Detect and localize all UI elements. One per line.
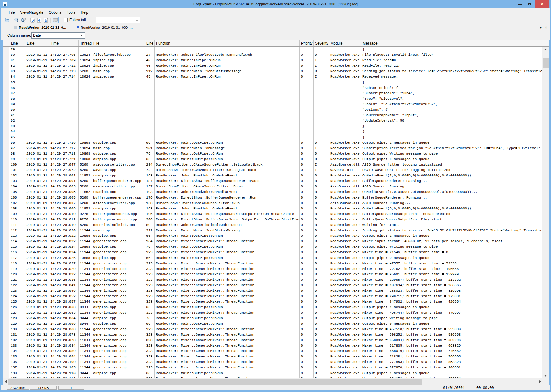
table-row[interactable]: 1002019-01-3114:20:27.9475260asiosourcef… xyxy=(3,162,549,167)
table-row[interactable]: 1372019-01-3114:20:28.10511344genericmix… xyxy=(3,365,549,370)
next-bookmark-button[interactable] xyxy=(42,17,49,23)
table-row[interactable]: 1132019-01-3114:20:28.02210868outpipe.cp… xyxy=(3,233,549,239)
table-row[interactable]: 972019-01-3114:20:27.71713624main.cpp201… xyxy=(3,146,549,151)
column-header-file[interactable]: File xyxy=(92,40,145,46)
tab-roadworker-1[interactable]: RoadWorker_2019-01-31_0... xyxy=(8,24,70,31)
table-row[interactable]: 1302019-01-3114:20:28.06811344genericmix… xyxy=(3,327,549,332)
table-row[interactable]: 822019-01-3114:20:27.71213624inpipe.cpp4… xyxy=(3,63,549,69)
table-row[interactable]: 802019-01-3114:20:27.70613624fileplayout… xyxy=(3,52,549,58)
table-row[interactable]: 1062019-01-3114:20:28.0055260bufferqueue… xyxy=(3,195,549,200)
table-row[interactable]: 85{ xyxy=(3,80,549,85)
table-row[interactable]: 1182019-01-3114:20:28.02711344genericmix… xyxy=(3,261,549,266)
tab-roadworker-2[interactable]: RoadWorker_2019-01-31_000_... xyxy=(72,24,137,31)
table-row[interactable]: 1092019-01-3114:20:28.0109276bufferqueue… xyxy=(3,211,549,217)
tab-list-dropdown[interactable]: ▾ xyxy=(540,26,542,30)
table-row[interactable]: 1082019-01-3114:20:28.00911852roadjob.cp… xyxy=(3,206,549,211)
table-row[interactable]: 1192019-01-3114:20:28.02911344genericmix… xyxy=(3,266,549,272)
table-row[interactable]: 1162019-01-3114:20:28.02411344genericmix… xyxy=(3,250,549,255)
table-row[interactable]: 982019-01-3114:20:27.71810868outpipe.cpp… xyxy=(3,151,549,156)
table-row[interactable]: 95} xyxy=(3,135,549,140)
scroll-right-icon[interactable] xyxy=(539,380,541,383)
table-row[interactable]: 1012019-01-3114:20:27.9725260wavdest.cpp… xyxy=(3,167,549,173)
column-header-line-no[interactable]: Line xyxy=(145,40,155,46)
table-row[interactable]: 1332019-01-3114:20:28.08411344genericmix… xyxy=(3,343,549,348)
column-name-combobox[interactable]: Date xyxy=(31,32,85,39)
search-button[interactable] xyxy=(13,17,20,23)
table-row[interactable]: 842019-01-3114:20:27.71413624inpipe.cpp4… xyxy=(3,74,549,79)
table-row[interactable]: 1262019-01-3114:20:28.0633944outpipe.cpp… xyxy=(3,304,549,310)
column-header-priority[interactable]: Priority xyxy=(300,40,314,46)
table-row[interactable]: 832019-01-3114:20:27.7135260main.cpp312R… xyxy=(3,69,549,74)
scroll-up-icon[interactable] xyxy=(544,49,547,50)
table-row[interactable]: 1222019-01-3114:20:28.04111344genericmix… xyxy=(3,283,549,288)
table-row[interactable]: 1142019-01-3114:20:28.02211344genericmix… xyxy=(3,239,549,244)
prev-bookmark-button[interactable] xyxy=(36,17,42,23)
table-row[interactable]: 93} xyxy=(3,123,549,129)
vertical-scroll-thumb[interactable] xyxy=(543,58,549,68)
scroll-left-icon[interactable] xyxy=(5,380,7,383)
minimize-button[interactable] xyxy=(515,0,525,8)
table-row[interactable]: 1102019-01-3114:20:28.0129276bufferqueue… xyxy=(3,217,549,222)
tab-close-button[interactable]: ✕ xyxy=(545,26,547,30)
table-row[interactable]: 94} xyxy=(3,129,549,134)
column-header-date[interactable]: Date xyxy=(25,40,49,46)
column-header-module[interactable]: Module xyxy=(329,40,361,46)
table-row[interactable]: 1032019-01-3114:20:28.0015260bufferqueue… xyxy=(3,178,549,184)
table-row[interactable]: 1242019-01-3114:20:28.05211344genericmix… xyxy=(3,293,549,299)
horizontal-scroll-thumb[interactable] xyxy=(8,379,422,385)
table-row[interactable]: 91"SourceGraphName": "Input", xyxy=(3,112,549,118)
table-row[interactable]: 812019-01-3114:20:27.70913624inpipe.cpp4… xyxy=(3,58,549,63)
vertical-scrollbar[interactable] xyxy=(542,47,549,378)
table-row[interactable]: 1392019-01-3114:20:28.11111344genericmix… xyxy=(3,376,549,378)
table-row[interactable]: 1352019-01-3114:20:28.09411344genericmix… xyxy=(3,354,549,359)
table-row[interactable]: 1362019-01-3114:20:28.10011344genericmix… xyxy=(3,359,549,365)
column-header-thread[interactable]: Thread xyxy=(79,40,92,46)
table-row[interactable]: 88"Type": "LiveLevel", xyxy=(3,96,549,102)
table-row[interactable]: 1172019-01-3114:20:28.02610868outpipe.cp… xyxy=(3,255,549,261)
table-row[interactable]: 1072019-01-3114:20:28.0075260asiosourcef… xyxy=(3,200,549,206)
bookmark-comment-button[interactable] xyxy=(52,17,59,23)
scroll-down-icon[interactable] xyxy=(544,375,547,377)
table-row[interactable]: 1122019-01-3114:20:28.02011344main.cpp31… xyxy=(3,228,549,233)
table-row[interactable]: 1112019-01-3114:20:28.0195260genericsimp… xyxy=(3,222,549,228)
table-row[interactable]: 1252019-01-3114:20:28.05711344genericmix… xyxy=(3,299,549,304)
menu-options[interactable]: Options xyxy=(46,9,64,16)
table-row[interactable]: 1342019-01-3114:20:28.08911344genericmix… xyxy=(3,348,549,354)
table-row[interactable]: 1322019-01-3114:20:28.07811344genericmix… xyxy=(3,337,549,343)
menu-help[interactable]: Help xyxy=(78,9,91,16)
column-header-time[interactable]: Time xyxy=(49,40,79,46)
column-header-line[interactable]: Line xyxy=(9,40,25,46)
column-header-severity[interactable]: Severity xyxy=(314,40,329,46)
table-row[interactable]: 92"UpdateInterval": 50 xyxy=(3,118,549,123)
table-row[interactable]: 1212019-01-3114:20:28.03611344genericmix… xyxy=(3,277,549,283)
table-row[interactable]: 86"Subscription": { xyxy=(3,85,549,91)
menu-view-navigate[interactable]: View/Navigate xyxy=(17,9,46,16)
menu-tools[interactable]: Tools xyxy=(64,9,78,16)
table-row[interactable]: 1312019-01-3114:20:28.07311344genericmix… xyxy=(3,332,549,337)
horizontal-scrollbar[interactable] xyxy=(3,378,543,385)
table-row[interactable]: 90"Options": { xyxy=(3,107,549,112)
table-row[interactable]: 1282019-01-3114:20:28.0643944outpipe.cpp… xyxy=(3,316,549,321)
column-header-gutter[interactable] xyxy=(3,40,9,46)
table-row[interactable]: 1042019-01-3114:20:28.0035260asiosourcef… xyxy=(3,184,549,189)
table-row[interactable]: 1052019-01-3114:20:28.00511852roadjob.cp… xyxy=(3,189,549,195)
column-header-message[interactable]: Message xyxy=(361,40,549,46)
table-row[interactable]: 1232019-01-3114:20:28.04611344genericmix… xyxy=(3,288,549,293)
close-button[interactable]: ✕ xyxy=(535,0,549,8)
table-row[interactable]: 1272019-01-3114:20:28.06311344genericmix… xyxy=(3,310,549,316)
maximize-button[interactable] xyxy=(525,0,535,8)
table-row[interactable]: 1292019-01-3114:20:28.0663944outpipe.cpp… xyxy=(3,321,549,327)
table-row[interactable]: 1382019-01-3114:20:28.1103944outpipe.cpp… xyxy=(3,370,549,376)
table-row[interactable]: 87"SubscriptionId": "Sub4", xyxy=(3,91,549,96)
table-row[interactable]: 1202019-01-3114:20:28.03211344genericmix… xyxy=(3,272,549,277)
menu-file[interactable]: File xyxy=(6,9,17,16)
follow-tail-checkbox[interactable] xyxy=(64,18,68,22)
open-file-button[interactable] xyxy=(4,17,10,23)
table-row[interactable]: 962019-01-3114:20:27.71610868outpipe.cpp… xyxy=(3,140,549,146)
table-row[interactable]: 89"JobId": "5c52f61b7f27f52d8c6f6752", xyxy=(3,102,549,107)
table-row[interactable]: 1022019-01-3114:20:28.00111852roadjob.cp… xyxy=(3,173,549,178)
search-filter-button[interactable] xyxy=(20,17,26,23)
table-row[interactable]: 992019-01-3114:20:27.72110868outpipe.cpp… xyxy=(3,156,549,162)
table-row[interactable]: 79} xyxy=(3,47,549,52)
table-row[interactable]: 1152019-01-3114:20:28.02410868outpipe.cp… xyxy=(3,244,549,250)
